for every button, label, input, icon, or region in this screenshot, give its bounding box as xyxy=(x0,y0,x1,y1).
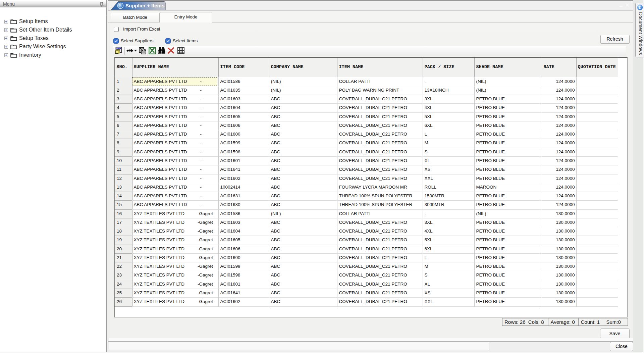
svg-text:Supplier + Items: Supplier + Items xyxy=(125,3,164,8)
svg-text:L: L xyxy=(638,5,641,9)
svg-text:L: L xyxy=(119,3,122,8)
